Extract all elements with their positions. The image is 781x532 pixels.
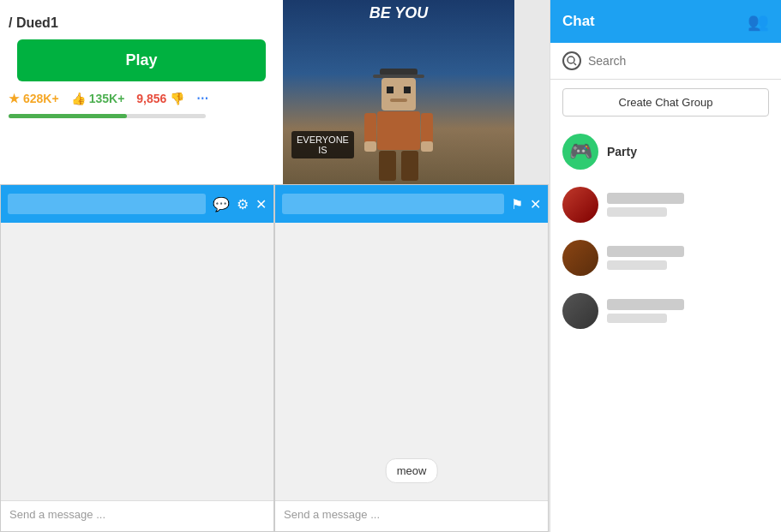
- svg-rect-8: [421, 113, 433, 143]
- search-svg: [567, 56, 577, 66]
- blurred-info-2: [607, 246, 769, 270]
- blurred-name-1: [607, 193, 684, 204]
- svg-rect-6: [377, 111, 420, 150]
- chat-bubble-icon[interactable]: 💬: [213, 196, 230, 212]
- svg-rect-3: [387, 87, 394, 93]
- blurred-info-3: [607, 299, 769, 323]
- everyone-badge: EVERYONEIS: [291, 131, 354, 158]
- chat-list-item-2[interactable]: [550, 231, 781, 284]
- chat-window-2-header: ⚑ ✕: [275, 185, 548, 223]
- svg-rect-10: [421, 141, 433, 152]
- progress-bar: [9, 114, 206, 118]
- chat-window-2: ⚑ ✕ meow Send a message ...: [274, 184, 549, 532]
- search-icon: [562, 51, 581, 70]
- chat-panel: Chat 👥 Create Chat Group 🎮 Party: [550, 0, 781, 532]
- chat-windows-container: 💬 ⚙ ✕ Send a message ... ⚑ ✕ meow Send a…: [0, 184, 549, 532]
- create-chat-group-button[interactable]: Create Chat Group: [562, 88, 769, 117]
- thumbs-down-icon: 👎: [170, 92, 184, 105]
- game-title: / Dued1: [0, 0, 283, 39]
- game-image-area: BE YOU EVERYONEIS: [283, 0, 514, 184]
- thumbs-up-icon: 👍: [71, 92, 86, 105]
- blurred-preview-3: [607, 314, 667, 323]
- favorites-stat: ★ 628K+: [9, 92, 59, 105]
- chat-window-1-icons: 💬 ⚙ ✕: [213, 196, 267, 212]
- chat-window-2-body: meow: [275, 223, 548, 500]
- users-icon[interactable]: 👥: [748, 11, 769, 32]
- roblox-character: [364, 64, 433, 184]
- chat-panel-title: Chat: [562, 13, 595, 30]
- party-name: Party: [607, 145, 769, 158]
- chat-window-1-header: 💬 ⚙ ✕: [1, 185, 273, 223]
- chat-search-bar: [550, 43, 781, 80]
- chat-window-1-title: [8, 194, 206, 214]
- blurred-avatar-3: [562, 293, 598, 329]
- party-icon: 🎮: [569, 140, 592, 163]
- chat-list-item-party[interactable]: 🎮 Party: [550, 125, 781, 178]
- chat-list: 🎮 Party: [550, 125, 781, 532]
- dislikes-stat: 9,856 👎: [136, 92, 184, 105]
- close-icon[interactable]: ✕: [255, 196, 267, 212]
- blurred-preview-1: [607, 207, 667, 217]
- svg-rect-12: [401, 151, 418, 181]
- chat-window-1-body: [1, 223, 273, 500]
- svg-rect-5: [390, 99, 407, 102]
- chat-panel-header: Chat 👥: [550, 0, 781, 43]
- stats-row: ★ 628K+ 👍 135K+ 9,856 👎 ⋯: [0, 92, 283, 114]
- flag-icon[interactable]: ⚑: [511, 196, 523, 212]
- party-info: Party: [607, 145, 769, 158]
- star-icon: ★: [9, 92, 20, 105]
- blurred-info-1: [607, 193, 769, 217]
- party-avatar: 🎮: [562, 134, 598, 170]
- chat-list-item-1[interactable]: [550, 178, 781, 231]
- svg-line-14: [574, 63, 577, 66]
- svg-rect-11: [379, 151, 396, 181]
- chat-window-2-input[interactable]: Send a message ...: [275, 500, 548, 531]
- game-background: BE YOU EVERYONEIS: [283, 0, 514, 184]
- blurred-name-2: [607, 246, 684, 257]
- svg-rect-4: [404, 87, 411, 93]
- progress-bar-fill: [9, 114, 127, 118]
- share-icon[interactable]: ⋯: [196, 92, 208, 105]
- chat-window-1-input[interactable]: Send a message ...: [1, 500, 273, 531]
- blurred-name-3: [607, 299, 684, 310]
- svg-rect-9: [364, 141, 376, 152]
- chat-list-item-3[interactable]: [550, 284, 781, 338]
- svg-rect-7: [364, 113, 376, 143]
- close-icon-2[interactable]: ✕: [530, 196, 541, 212]
- play-button[interactable]: Play: [17, 39, 266, 81]
- chat-message-meow: meow: [386, 458, 438, 483]
- blurred-preview-2: [607, 260, 667, 270]
- blurred-avatar-1: [562, 187, 598, 223]
- chat-window-1: 💬 ⚙ ✕ Send a message ...: [0, 184, 274, 532]
- svg-point-13: [568, 57, 574, 63]
- svg-rect-0: [380, 69, 418, 75]
- chat-window-2-title: [282, 194, 504, 214]
- blurred-avatar-2: [562, 240, 598, 276]
- be-you-text: BE YOU: [369, 4, 429, 22]
- likes-stat: 👍 135K+: [71, 92, 125, 105]
- share-stat[interactable]: ⋯: [196, 92, 208, 105]
- chat-window-2-icons: ⚑ ✕: [511, 196, 541, 212]
- svg-rect-2: [381, 78, 416, 111]
- settings-icon[interactable]: ⚙: [237, 196, 249, 212]
- svg-rect-1: [373, 75, 424, 78]
- search-input[interactable]: [588, 54, 769, 68]
